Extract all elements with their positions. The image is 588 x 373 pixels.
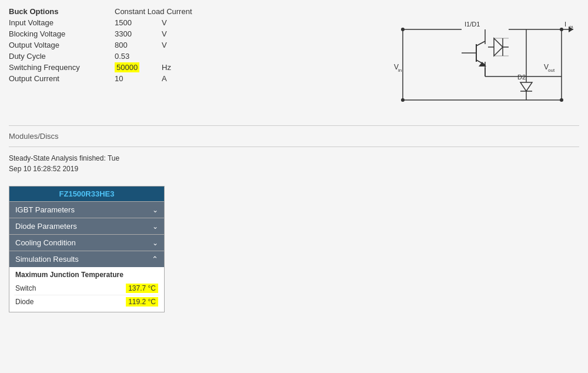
circuit-svg: V in V out I1/D1 I out D2 (391, 6, 573, 112)
param-value-5[interactable]: 50000 (115, 62, 162, 73)
results-content: Maximum Junction Temperature Switch137.7… (9, 267, 164, 312)
param-unit-6: A (162, 73, 379, 84)
param-row-5: Switching Frequency50000Hz (9, 62, 379, 73)
param-row-6: Output Current10A (9, 73, 379, 84)
param-label-0: Buck Options (9, 6, 115, 17)
param-label-6: Output Current (9, 73, 115, 84)
igbt-chevron-icon: ⌄ (152, 206, 158, 214)
params-table: Buck OptionsConstant Load CurrentInput V… (9, 6, 379, 114)
svg-marker-22 (520, 82, 532, 91)
param-value-0: Constant Load Current (115, 6, 379, 17)
param-unit-1: V (162, 17, 379, 28)
d2-label: D2 (517, 74, 526, 81)
param-unit-5: Hz (162, 62, 379, 73)
igbt-parameters-label: IGBT Parameters (15, 205, 75, 214)
cooling-condition-accordion[interactable]: Cooling Condition ⌄ (9, 234, 164, 251)
param-value-4: 0.53 (115, 51, 162, 62)
param-value-1: 1500 (115, 17, 162, 28)
param-row-1: Input Voltage1500V (9, 17, 379, 28)
result-row-1: Diode119.2 °C (14, 295, 159, 308)
result-value-1: 119.2 °C (126, 297, 158, 307)
diode-chevron-icon: ⌄ (152, 222, 158, 231)
svg-text:in: in (398, 68, 402, 73)
param-value-3: 800 (115, 39, 162, 51)
igbt-parameters-accordion[interactable]: IGBT Parameters ⌄ (9, 201, 164, 218)
param-row-0: Buck OptionsConstant Load Current (9, 6, 379, 17)
result-value-0: 137.7 °C (126, 284, 158, 293)
param-unit-4 (162, 51, 379, 62)
i1d1-label: I1/D1 (465, 21, 480, 28)
param-label-5: Switching Frequency (9, 62, 115, 73)
top-section: Buck OptionsConstant Load CurrentInput V… (9, 6, 579, 114)
svg-point-33 (401, 98, 405, 102)
section-divider-1 (9, 125, 579, 126)
simulation-chevron-icon: ⌃ (152, 255, 158, 264)
modules-label: Modules/Discs (9, 132, 579, 141)
param-value-2: 3300 (115, 28, 162, 39)
param-label-2: Blocking Voltage (9, 28, 115, 39)
result-label-0: Switch (15, 284, 36, 292)
simulation-results-accordion[interactable]: Simulation Results ⌃ (9, 251, 164, 267)
cooling-condition-label: Cooling Condition (15, 238, 76, 247)
results-title: Maximum Junction Temperature (14, 271, 159, 279)
param-value-6: 10 (115, 73, 162, 84)
iout-label: I (564, 21, 566, 28)
param-unit-3: V (162, 39, 379, 51)
param-label-1: Input Voltage (9, 17, 115, 28)
simulation-results-label: Simulation Results (15, 255, 79, 264)
param-row-3: Output Voltage800V (9, 39, 379, 51)
diode-parameters-label: Diode Parameters (15, 222, 77, 231)
svg-point-34 (560, 98, 563, 102)
svg-text:out: out (548, 68, 555, 73)
param-row-2: Blocking Voltage3300V (9, 28, 379, 39)
result-row-0: Switch137.7 °C (14, 282, 159, 295)
svg-line-9 (476, 41, 485, 46)
component-title: FZ1500R33HE3 (9, 186, 164, 201)
param-row-4: Duty Cycle0.53 (9, 51, 379, 62)
main-container: Buck OptionsConstant Load CurrentInput V… (9, 6, 579, 312)
result-label-1: Diode (15, 298, 34, 306)
param-label-4: Duty Cycle (9, 51, 115, 62)
diode-parameters-accordion[interactable]: Diode Parameters ⌄ (9, 218, 164, 234)
param-label-3: Output Voltage (9, 39, 115, 51)
svg-point-32 (560, 28, 563, 31)
svg-text:out: out (569, 24, 573, 29)
svg-marker-12 (494, 38, 503, 56)
param-unit-2: V (162, 28, 379, 39)
svg-point-31 (401, 28, 405, 31)
component-card: FZ1500R33HE3 IGBT Parameters ⌄ Diode Par… (9, 186, 165, 312)
circuit-diagram: V in V out I1/D1 I out D2 (391, 6, 579, 114)
section-divider-2 (9, 146, 579, 147)
steady-state-text: Steady-State Analysis finished: Tue Sep … (9, 153, 579, 174)
cooling-chevron-icon: ⌄ (152, 239, 158, 247)
